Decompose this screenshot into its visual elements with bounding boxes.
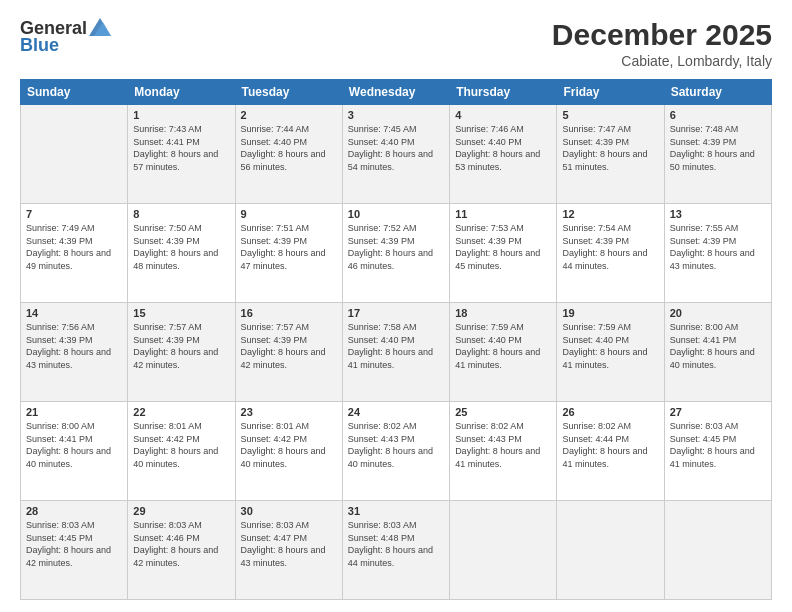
table-row: 11 Sunrise: 7:53 AM Sunset: 4:39 PM Dayl… <box>450 204 557 303</box>
table-row: 20 Sunrise: 8:00 AM Sunset: 4:41 PM Dayl… <box>664 303 771 402</box>
day-info: Sunrise: 8:03 AM Sunset: 4:45 PM Dayligh… <box>670 420 766 470</box>
day-number: 7 <box>26 208 122 220</box>
day-info: Sunrise: 8:03 AM Sunset: 4:46 PM Dayligh… <box>133 519 229 569</box>
sunrise: Sunrise: 8:03 AM <box>348 520 417 530</box>
table-row: 6 Sunrise: 7:48 AM Sunset: 4:39 PM Dayli… <box>664 105 771 204</box>
header-monday: Monday <box>128 80 235 105</box>
weekday-header-row: Sunday Monday Tuesday Wednesday Thursday… <box>21 80 772 105</box>
table-row: 17 Sunrise: 7:58 AM Sunset: 4:40 PM Dayl… <box>342 303 449 402</box>
day-number: 22 <box>133 406 229 418</box>
table-row: 12 Sunrise: 7:54 AM Sunset: 4:39 PM Dayl… <box>557 204 664 303</box>
day-info: Sunrise: 8:02 AM Sunset: 4:43 PM Dayligh… <box>348 420 444 470</box>
sunrise: Sunrise: 7:53 AM <box>455 223 524 233</box>
table-row: 4 Sunrise: 7:46 AM Sunset: 4:40 PM Dayli… <box>450 105 557 204</box>
daylight: Daylight: 8 hours and 57 minutes. <box>133 149 218 172</box>
header-friday: Friday <box>557 80 664 105</box>
header-tuesday: Tuesday <box>235 80 342 105</box>
header-thursday: Thursday <box>450 80 557 105</box>
calendar-week-row: 28 Sunrise: 8:03 AM Sunset: 4:45 PM Dayl… <box>21 501 772 600</box>
table-row: 19 Sunrise: 7:59 AM Sunset: 4:40 PM Dayl… <box>557 303 664 402</box>
header-saturday: Saturday <box>664 80 771 105</box>
day-number: 16 <box>241 307 337 319</box>
day-info: Sunrise: 8:03 AM Sunset: 4:48 PM Dayligh… <box>348 519 444 569</box>
day-info: Sunrise: 7:45 AM Sunset: 4:40 PM Dayligh… <box>348 123 444 173</box>
sunrise: Sunrise: 8:01 AM <box>133 421 202 431</box>
day-info: Sunrise: 8:02 AM Sunset: 4:43 PM Dayligh… <box>455 420 551 470</box>
calendar-week-row: 14 Sunrise: 7:56 AM Sunset: 4:39 PM Dayl… <box>21 303 772 402</box>
table-row: 24 Sunrise: 8:02 AM Sunset: 4:43 PM Dayl… <box>342 402 449 501</box>
calendar-week-row: 1 Sunrise: 7:43 AM Sunset: 4:41 PM Dayli… <box>21 105 772 204</box>
day-info: Sunrise: 8:00 AM Sunset: 4:41 PM Dayligh… <box>26 420 122 470</box>
table-row: 29 Sunrise: 8:03 AM Sunset: 4:46 PM Dayl… <box>128 501 235 600</box>
sunrise: Sunrise: 8:02 AM <box>562 421 631 431</box>
sunrise: Sunrise: 7:58 AM <box>348 322 417 332</box>
title-block: December 2025 Cabiate, Lombardy, Italy <box>552 18 772 69</box>
calendar-page: General Blue December 2025 Cabiate, Lomb… <box>0 0 792 612</box>
sunrise: Sunrise: 8:00 AM <box>670 322 739 332</box>
sunrise: Sunrise: 7:57 AM <box>133 322 202 332</box>
day-info: Sunrise: 7:57 AM Sunset: 4:39 PM Dayligh… <box>241 321 337 371</box>
sunset: Sunset: 4:39 PM <box>670 137 737 147</box>
location: Cabiate, Lombardy, Italy <box>552 53 772 69</box>
table-row <box>557 501 664 600</box>
table-row: 31 Sunrise: 8:03 AM Sunset: 4:48 PM Dayl… <box>342 501 449 600</box>
day-number: 19 <box>562 307 658 319</box>
daylight: Daylight: 8 hours and 44 minutes. <box>562 248 647 271</box>
calendar-week-row: 7 Sunrise: 7:49 AM Sunset: 4:39 PM Dayli… <box>21 204 772 303</box>
day-number: 12 <box>562 208 658 220</box>
day-info: Sunrise: 7:47 AM Sunset: 4:39 PM Dayligh… <box>562 123 658 173</box>
daylight: Daylight: 8 hours and 41 minutes. <box>455 446 540 469</box>
table-row: 15 Sunrise: 7:57 AM Sunset: 4:39 PM Dayl… <box>128 303 235 402</box>
sunset: Sunset: 4:41 PM <box>670 335 737 345</box>
sunrise: Sunrise: 7:55 AM <box>670 223 739 233</box>
daylight: Daylight: 8 hours and 54 minutes. <box>348 149 433 172</box>
daylight: Daylight: 8 hours and 43 minutes. <box>241 545 326 568</box>
sunset: Sunset: 4:45 PM <box>26 533 93 543</box>
table-row: 25 Sunrise: 8:02 AM Sunset: 4:43 PM Dayl… <box>450 402 557 501</box>
table-row: 18 Sunrise: 7:59 AM Sunset: 4:40 PM Dayl… <box>450 303 557 402</box>
sunrise: Sunrise: 7:59 AM <box>562 322 631 332</box>
daylight: Daylight: 8 hours and 41 minutes. <box>562 446 647 469</box>
sunrise: Sunrise: 7:47 AM <box>562 124 631 134</box>
sunset: Sunset: 4:39 PM <box>348 236 415 246</box>
sunrise: Sunrise: 7:44 AM <box>241 124 310 134</box>
sunrise: Sunrise: 8:03 AM <box>241 520 310 530</box>
day-info: Sunrise: 8:00 AM Sunset: 4:41 PM Dayligh… <box>670 321 766 371</box>
calendar-table: Sunday Monday Tuesday Wednesday Thursday… <box>20 79 772 600</box>
day-info: Sunrise: 7:46 AM Sunset: 4:40 PM Dayligh… <box>455 123 551 173</box>
day-number: 9 <box>241 208 337 220</box>
day-info: Sunrise: 8:03 AM Sunset: 4:45 PM Dayligh… <box>26 519 122 569</box>
header-wednesday: Wednesday <box>342 80 449 105</box>
table-row: 22 Sunrise: 8:01 AM Sunset: 4:42 PM Dayl… <box>128 402 235 501</box>
sunrise: Sunrise: 8:03 AM <box>133 520 202 530</box>
day-info: Sunrise: 8:02 AM Sunset: 4:44 PM Dayligh… <box>562 420 658 470</box>
day-number: 31 <box>348 505 444 517</box>
table-row: 2 Sunrise: 7:44 AM Sunset: 4:40 PM Dayli… <box>235 105 342 204</box>
day-number: 15 <box>133 307 229 319</box>
sunset: Sunset: 4:46 PM <box>133 533 200 543</box>
table-row: 28 Sunrise: 8:03 AM Sunset: 4:45 PM Dayl… <box>21 501 128 600</box>
day-number: 21 <box>26 406 122 418</box>
day-number: 23 <box>241 406 337 418</box>
table-row <box>21 105 128 204</box>
day-number: 26 <box>562 406 658 418</box>
daylight: Daylight: 8 hours and 42 minutes. <box>133 545 218 568</box>
day-info: Sunrise: 7:55 AM Sunset: 4:39 PM Dayligh… <box>670 222 766 272</box>
day-number: 1 <box>133 109 229 121</box>
sunset: Sunset: 4:39 PM <box>241 335 308 345</box>
table-row: 13 Sunrise: 7:55 AM Sunset: 4:39 PM Dayl… <box>664 204 771 303</box>
day-info: Sunrise: 8:01 AM Sunset: 4:42 PM Dayligh… <box>241 420 337 470</box>
sunset: Sunset: 4:41 PM <box>26 434 93 444</box>
daylight: Daylight: 8 hours and 50 minutes. <box>670 149 755 172</box>
sunset: Sunset: 4:39 PM <box>562 236 629 246</box>
sunrise: Sunrise: 8:02 AM <box>348 421 417 431</box>
sunrise: Sunrise: 7:57 AM <box>241 322 310 332</box>
sunset: Sunset: 4:39 PM <box>241 236 308 246</box>
day-number: 6 <box>670 109 766 121</box>
calendar-week-row: 21 Sunrise: 8:00 AM Sunset: 4:41 PM Dayl… <box>21 402 772 501</box>
daylight: Daylight: 8 hours and 40 minutes. <box>26 446 111 469</box>
sunrise: Sunrise: 8:02 AM <box>455 421 524 431</box>
day-number: 3 <box>348 109 444 121</box>
daylight: Daylight: 8 hours and 41 minutes. <box>562 347 647 370</box>
day-info: Sunrise: 7:59 AM Sunset: 4:40 PM Dayligh… <box>562 321 658 371</box>
